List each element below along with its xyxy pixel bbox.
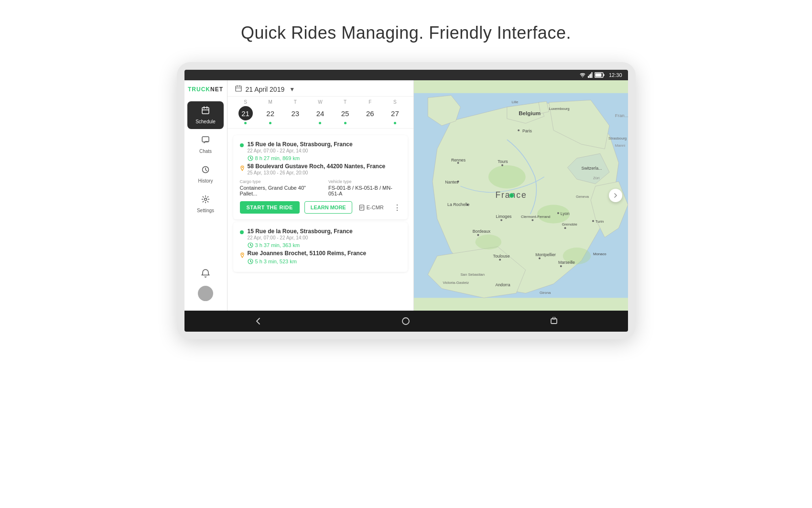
svg-point-43 (500, 219, 502, 221)
svg-point-57 (539, 258, 541, 259)
clock-icon-1 (248, 155, 253, 161)
logo-truck: TRUCK (188, 86, 210, 93)
svg-text:San Sebastian: San Sebastian (460, 272, 485, 277)
svg-text:Andorra: Andorra (495, 282, 510, 287)
svg-point-10 (205, 198, 207, 201)
cal-num-3: 24 (313, 106, 327, 120)
svg-text:Lille: Lille (511, 100, 518, 104)
cal-dot-6 (394, 122, 396, 124)
ride2-from-location: 15 Rue de la Roue, Strasbourg, France 22… (240, 228, 401, 240)
svg-text:Girona: Girona (539, 291, 551, 295)
ride2-from-time: 22 Apr, 07:00 - 22 Apr, 14:00 (248, 235, 353, 240)
ride2-to-duration: 5 h 3 min, 523 km (248, 259, 401, 264)
svg-point-45 (531, 219, 533, 221)
ecmr-button[interactable]: E-CMR (359, 205, 384, 211)
svg-text:Lyon: Lyon (560, 211, 569, 216)
cal-num-4: 25 (338, 106, 352, 120)
svg-rect-3 (591, 72, 592, 78)
signal-icon (588, 72, 593, 78)
ride1-meta: Cargo type Containers, Grand Cube 40" Pa… (240, 179, 401, 196)
ride2-to-pin (240, 252, 244, 256)
sidebar: TRUCKNET Schedule Chats (184, 80, 227, 311)
cal-num-1: 22 (263, 106, 278, 120)
sidebar-item-settings[interactable]: Settings (187, 190, 224, 218)
back-button[interactable] (253, 316, 263, 326)
cal-label-6: S (393, 99, 397, 105)
app-logo: TRUCKNET (188, 86, 223, 93)
svg-point-15 (241, 167, 242, 168)
ride1-cargo-value: Containers, Grand Cube 40" Pallet... (240, 185, 319, 196)
ride1-vehicle: Vehicle type FS-001-B / KS-051-B / MN-05… (328, 179, 401, 196)
rides-list: 15 Rue de la Roue, Strasbourg, France 22… (227, 129, 413, 311)
settings-label: Settings (197, 208, 214, 213)
calendar-icon (235, 85, 242, 93)
sidebar-item-chats[interactable]: Chats (187, 131, 224, 159)
svg-rect-72 (552, 317, 555, 319)
chats-label: Chats (199, 149, 212, 154)
ride1-from-time: 22 Apr, 07:00 - 22 Apr, 14:00 (248, 148, 353, 153)
logo-net: NET (210, 86, 223, 93)
svg-point-55 (499, 259, 501, 260)
ride1-from-address: 15 Rue de la Roue, Strasbourg, France (248, 141, 353, 148)
wifi-icon (579, 72, 586, 78)
chats-icon (201, 136, 210, 147)
svg-rect-7 (202, 108, 209, 114)
clock-icon-2 (248, 242, 253, 248)
home-button[interactable] (401, 316, 411, 326)
time-display: 12:30 (609, 72, 622, 78)
svg-text:Clermont-Ferrand: Clermont-Ferrand (521, 215, 550, 219)
document-icon (359, 205, 365, 211)
cal-day-3[interactable]: W 24 (308, 99, 333, 124)
svg-text:Marseille: Marseille (558, 260, 574, 265)
svg-point-21 (488, 165, 525, 189)
start-ride-button[interactable]: START THE RIDE (240, 201, 300, 214)
schedule-panel: 21 April 2019 ▼ S 21 M 22 (227, 80, 414, 311)
cal-day-6[interactable]: S 27 (382, 99, 407, 124)
ride1-to-address: 58 Boulevard Gustave Roch, 44200 Nantes,… (248, 163, 386, 170)
ride1-vehicle-value: FS-001-B / KS-051-B / MN-051-A (328, 185, 401, 196)
android-nav-bar (184, 311, 628, 332)
ride2-to-duration-text: 5 h 3 min, 523 km (255, 259, 297, 264)
recents-button[interactable] (549, 316, 559, 326)
sidebar-item-history[interactable]: History (187, 161, 224, 188)
avatar[interactable] (198, 286, 213, 301)
ride1-to-time: 25 Apr, 13:00 - 26 Apr, 20:00 (248, 170, 386, 175)
settings-icon (201, 195, 210, 206)
notification-btn[interactable] (201, 269, 210, 280)
more-options-button[interactable]: ⋮ (393, 203, 401, 212)
learn-more-button[interactable]: LEARN MORE (304, 201, 352, 214)
svg-point-53 (477, 234, 479, 236)
cal-day-4[interactable]: T 25 (333, 99, 357, 124)
svg-text:Montpellier: Montpellier (535, 252, 556, 257)
ride1-duration-text: 8 h 27 min, 869 km (255, 155, 300, 161)
svg-text:Grenoble: Grenoble (562, 222, 577, 227)
svg-point-18 (241, 254, 242, 255)
svg-rect-1 (589, 75, 590, 78)
svg-point-12 (201, 295, 210, 301)
ride1-to-location: 58 Boulevard Gustave Roch, 44200 Nantes,… (240, 163, 401, 175)
ride1-cargo-label: Cargo type (240, 179, 319, 184)
ride1-from-dot (240, 143, 244, 147)
svg-text:Belgium: Belgium (519, 110, 541, 116)
svg-point-51 (592, 220, 594, 222)
map-scroll-button[interactable] (609, 189, 622, 202)
cal-label-1: M (269, 99, 272, 105)
cal-label-2: T (294, 99, 297, 105)
svg-text:Züri: Züri (593, 176, 599, 180)
status-bar-icons: 12:30 (579, 72, 622, 78)
status-bar: 12:30 (184, 70, 628, 80)
sidebar-item-schedule[interactable]: Schedule (187, 101, 224, 129)
svg-rect-5 (603, 74, 604, 76)
cal-day-5[interactable]: F 26 (357, 99, 382, 124)
svg-text:Strasbourg: Strasbourg (608, 136, 627, 141)
battery-icon (595, 72, 605, 78)
cal-day-1[interactable]: M 22 (258, 99, 283, 124)
svg-text:La Rochelle: La Rochelle (447, 202, 469, 207)
svg-text:Luxembourg: Luxembourg (549, 107, 569, 111)
tablet-screen: 12:30 TRUCKNET Schedule (184, 70, 628, 332)
cal-dot-0 (244, 122, 247, 124)
sidebar-bottom (198, 269, 213, 305)
cal-day-0[interactable]: S 21 (233, 99, 258, 124)
svg-point-59 (560, 265, 562, 267)
cal-day-2[interactable]: T 23 (283, 99, 308, 124)
